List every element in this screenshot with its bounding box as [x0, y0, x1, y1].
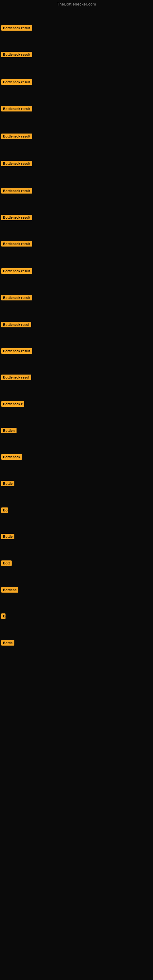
bottleneck-badge-1[interactable]: Bottleneck result — [1, 25, 32, 30]
site-title: TheBottlenecker.com — [0, 0, 153, 8]
bottleneck-badge-3[interactable]: Bottleneck result — [1, 79, 32, 85]
bottleneck-badge-15[interactable]: Bottleneck r — [1, 401, 24, 407]
bottleneck-badge-11[interactable]: Bottleneck result — [1, 295, 32, 301]
bottleneck-badge-23[interactable]: B — [1, 613, 5, 619]
bottleneck-badge-24[interactable]: Bottle — [1, 640, 14, 646]
bottleneck-badge-17[interactable]: Bottleneck — [1, 454, 22, 460]
bottleneck-badge-14[interactable]: Bottleneck resul — [1, 375, 31, 380]
bottleneck-badge-19[interactable]: Bo — [1, 508, 8, 513]
bottleneck-badge-16[interactable]: Bottlen — [1, 428, 16, 433]
bottleneck-badge-20[interactable]: Bottle — [1, 534, 14, 539]
bottleneck-badge-4[interactable]: Bottleneck result — [1, 106, 32, 111]
bottleneck-badge-6[interactable]: Bottleneck result — [1, 161, 32, 166]
bottleneck-badge-13[interactable]: Bottleneck result — [1, 348, 32, 354]
bottleneck-badge-22[interactable]: Bottlene — [1, 587, 18, 593]
bottleneck-badge-8[interactable]: Bottleneck result — [1, 215, 32, 220]
bottleneck-badge-9[interactable]: Bottleneck result — [1, 241, 32, 247]
bottleneck-badge-12[interactable]: Bottleneck resul — [1, 322, 31, 328]
bottleneck-badge-5[interactable]: Bottleneck result — [1, 134, 32, 139]
bottleneck-badge-7[interactable]: Bottleneck result — [1, 188, 32, 194]
bottleneck-badge-2[interactable]: Bottleneck result — [1, 52, 32, 57]
bottleneck-badge-21[interactable]: Bott — [1, 560, 12, 566]
bottleneck-badge-10[interactable]: Bottleneck result — [1, 268, 32, 274]
site-title-wrapper: TheBottlenecker.com — [0, 0, 153, 8]
bottleneck-badge-18[interactable]: Bottle — [1, 481, 14, 486]
badges-container: Bottleneck resultBottleneck resultBottle… — [0, 8, 153, 980]
